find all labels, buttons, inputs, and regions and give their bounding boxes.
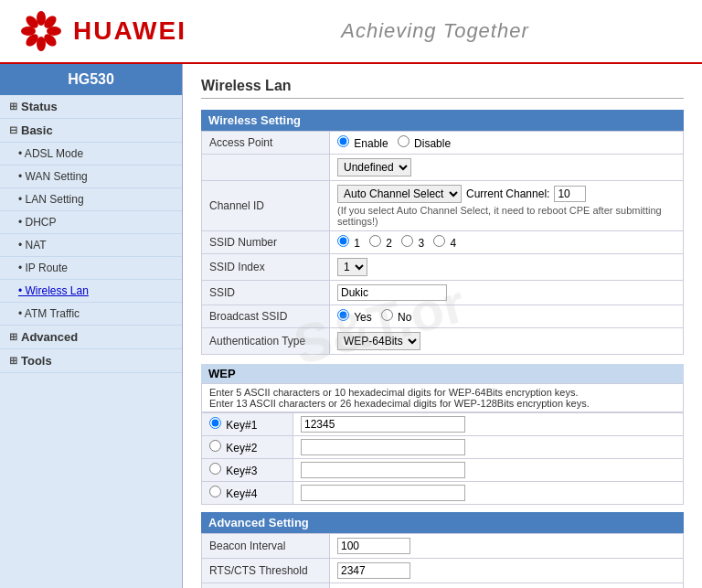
rts-cts-input[interactable] bbox=[337, 562, 410, 579]
access-point-enable-label[interactable]: Enable bbox=[337, 137, 391, 150]
key2-radio[interactable] bbox=[209, 440, 221, 452]
channel-note: (If you select Auto Channel Select, it n… bbox=[337, 205, 675, 227]
minus-icon-basic: ⊟ bbox=[9, 124, 17, 136]
rts-cts-value bbox=[330, 559, 684, 583]
key2-input[interactable] bbox=[301, 439, 465, 455]
sidebar-item-status[interactable]: ⊞ Status bbox=[0, 95, 182, 119]
table-row-key1: Key#1 bbox=[202, 413, 684, 436]
wep-note: Enter 5 ASCII characters or 10 hexadecim… bbox=[201, 383, 684, 412]
access-point-enable-text: Enable bbox=[354, 137, 388, 150]
ssid-index-label: SSID Index bbox=[202, 254, 330, 281]
logo-text: HUAWEI bbox=[73, 16, 186, 46]
advanced-setting-header: Advanced Setting bbox=[201, 512, 684, 533]
sidebar-item-dhcp[interactable]: • DHCP bbox=[0, 211, 182, 234]
key3-text: Key#3 bbox=[226, 465, 257, 477]
sidebar-label-dhcp: • DHCP bbox=[18, 216, 57, 229]
sidebar-item-ip-route[interactable]: • IP Route bbox=[0, 257, 182, 280]
access-point-disable-text: Disable bbox=[414, 137, 451, 150]
key4-radio-label[interactable]: Key#4 bbox=[209, 487, 257, 500]
sidebar-label-status: Status bbox=[21, 100, 58, 113]
table-row-key3: Key#3 bbox=[202, 459, 684, 482]
logo-area: HUAWEI bbox=[18, 11, 186, 52]
auto-channel-select[interactable]: Auto Channel Select bbox=[337, 185, 462, 203]
table-row-fragmentation: Fragmentation Threshold bbox=[202, 583, 684, 589]
broadcast-yes-text: Yes bbox=[354, 311, 372, 324]
key1-input[interactable] bbox=[301, 416, 465, 433]
ssid-label: SSID bbox=[202, 281, 330, 305]
wep-note-line2: Enter 13 ASCII characters or 26 hexadeci… bbox=[209, 398, 590, 409]
auth-type-select[interactable]: WEP-64Bits bbox=[337, 332, 420, 350]
key4-value-cell bbox=[293, 482, 684, 505]
plus-icon-status: ⊞ bbox=[9, 101, 17, 112]
sidebar-title: HG530 bbox=[0, 64, 182, 95]
access-point-disable-label[interactable]: Disable bbox=[398, 137, 451, 150]
table-row-ssid-number: SSID Number 1 2 3 4 bbox=[202, 231, 684, 254]
broadcast-yes-label[interactable]: Yes bbox=[337, 311, 372, 324]
ssid-input[interactable]: Dukic bbox=[337, 284, 447, 301]
channel-id-label: Channel ID bbox=[202, 181, 330, 231]
key4-radio[interactable] bbox=[209, 486, 221, 497]
ssid-num-4-label[interactable]: 4 bbox=[433, 237, 456, 250]
key2-radio-label[interactable]: Key#2 bbox=[209, 442, 257, 454]
ssid-num-3-radio[interactable] bbox=[401, 235, 413, 247]
sidebar-label-atm-traffic: • ATM Traffic bbox=[18, 307, 80, 320]
sidebar-item-wan-setting[interactable]: • WAN Setting bbox=[0, 166, 182, 188]
access-point-enable-radio[interactable] bbox=[337, 135, 349, 147]
ssid-num-1-radio[interactable] bbox=[337, 235, 349, 247]
ssid-num-2-radio[interactable] bbox=[369, 235, 381, 247]
sidebar-item-basic[interactable]: ⊟ Basic bbox=[0, 119, 182, 143]
rts-cts-label: RTS/CTS Threshold bbox=[202, 559, 330, 583]
plus-icon-tools: ⊞ bbox=[9, 355, 17, 367]
key1-radio[interactable] bbox=[209, 417, 221, 429]
broadcast-no-label[interactable]: No bbox=[381, 311, 412, 324]
ssid-index-value: 1 bbox=[330, 254, 684, 281]
fragmentation-value bbox=[330, 583, 684, 589]
auth-type-value: WEP-64Bits bbox=[330, 328, 684, 355]
beacon-interval-input[interactable] bbox=[337, 538, 410, 554]
wep-header: WEP bbox=[201, 364, 684, 383]
sidebar-label-advanced: Advanced bbox=[21, 330, 78, 344]
key3-radio[interactable] bbox=[209, 463, 221, 475]
sidebar-item-wireless-lan[interactable]: • Wireless Lan bbox=[0, 280, 182, 303]
ssid-num-3-label[interactable]: 3 bbox=[401, 237, 424, 250]
main-layout: HG530 ⊞ Status ⊟ Basic • ADSL Mode • WAN… bbox=[0, 64, 702, 588]
broadcast-no-text: No bbox=[398, 311, 411, 324]
ssid-index-select[interactable]: 1 bbox=[337, 258, 367, 276]
ssid-value: Dukic bbox=[330, 281, 684, 305]
sidebar-item-nat[interactable]: • NAT bbox=[0, 234, 182, 257]
access-point-disable-radio[interactable] bbox=[398, 135, 410, 147]
key4-text: Key#4 bbox=[226, 487, 257, 500]
sidebar-label-wireless-lan: • Wireless Lan bbox=[18, 284, 89, 297]
network-name-select[interactable]: Undefined bbox=[337, 158, 411, 176]
table-row-rts-cts: RTS/CTS Threshold bbox=[202, 559, 684, 583]
key1-radio-label[interactable]: Key#1 bbox=[209, 419, 257, 432]
wireless-setting-header: Wireless Setting bbox=[201, 110, 684, 131]
sidebar-label-ip-route: • IP Route bbox=[18, 262, 68, 274]
sidebar-item-adsl-mode[interactable]: • ADSL Mode bbox=[0, 143, 182, 166]
key4-input[interactable] bbox=[301, 485, 465, 501]
table-row-broadcast-ssid: Broadcast SSID Yes No bbox=[202, 305, 684, 328]
sidebar-item-advanced[interactable]: ⊞ Advanced bbox=[0, 326, 182, 349]
sidebar-label-tools: Tools bbox=[21, 354, 52, 368]
ssid-number-label: SSID Number bbox=[202, 231, 330, 254]
key3-input[interactable] bbox=[301, 462, 465, 478]
sidebar-item-lan-setting[interactable]: • LAN Setting bbox=[0, 188, 182, 211]
beacon-interval-label: Beacon Interval bbox=[202, 534, 330, 559]
ssid-num-2-label[interactable]: 2 bbox=[369, 237, 392, 250]
ssid-num-1-label[interactable]: 1 bbox=[337, 237, 360, 250]
table-row-network-name: Undefined bbox=[202, 155, 684, 181]
key2-label: Key#2 bbox=[202, 436, 293, 459]
sidebar-item-atm-traffic[interactable]: • ATM Traffic bbox=[0, 303, 182, 326]
key3-radio-label[interactable]: Key#3 bbox=[209, 465, 257, 477]
sidebar-label-basic: Basic bbox=[21, 123, 53, 137]
current-channel-input[interactable]: 10 bbox=[554, 186, 586, 202]
header-tagline: Achieving Together bbox=[186, 19, 684, 43]
broadcast-yes-radio[interactable] bbox=[337, 309, 349, 321]
sidebar-item-tools[interactable]: ⊞ Tools bbox=[0, 349, 182, 373]
broadcast-no-radio[interactable] bbox=[381, 309, 393, 321]
broadcast-ssid-value: Yes No bbox=[330, 305, 684, 328]
ssid-num-4-radio[interactable] bbox=[433, 235, 445, 247]
access-point-label: Access Point bbox=[202, 132, 330, 155]
header: HUAWEI Achieving Together bbox=[0, 0, 702, 64]
fragmentation-label: Fragmentation Threshold bbox=[202, 583, 330, 589]
